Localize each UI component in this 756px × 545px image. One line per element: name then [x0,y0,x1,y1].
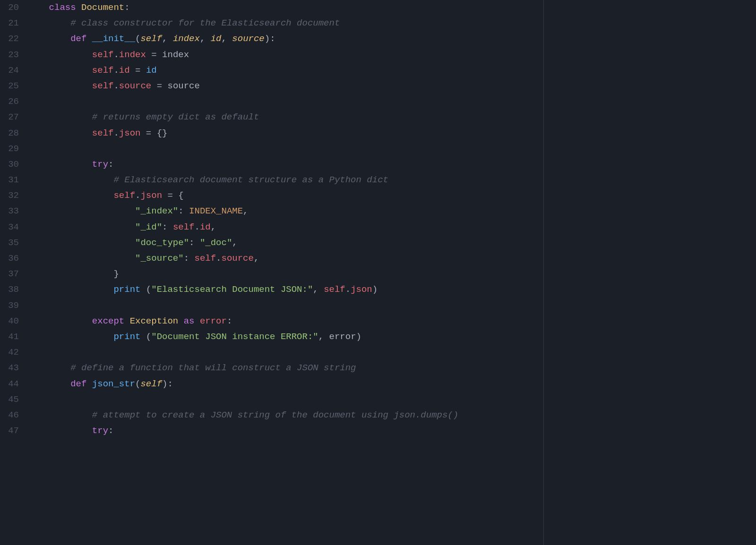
code-line[interactable]: self.source = source [27,78,756,94]
code-line[interactable]: except Exception as error: [27,314,756,329]
line-number: 41 [0,329,19,345]
code-line[interactable]: self.index = index [27,47,756,63]
line-number: 20 [0,0,19,16]
code-line[interactable]: "doc_type": "_doc", [27,235,756,251]
code-line[interactable] [27,141,756,157]
line-number: 46 [0,408,19,423]
line-number: 28 [0,126,19,141]
line-number: 21 [0,16,19,31]
line-number: 29 [0,141,19,157]
editor-ruler [543,0,544,545]
code-line[interactable]: try: [27,157,756,172]
code-line[interactable]: } [27,266,756,282]
line-number: 34 [0,220,19,235]
code-line[interactable]: print ("Document JSON instance ERROR:", … [27,329,756,345]
line-number: 25 [0,78,19,94]
line-number: 44 [0,376,19,392]
line-number: 39 [0,298,19,314]
code-line[interactable]: print ("Elasticsearch Document JSON:", s… [27,282,756,298]
line-number: 27 [0,110,19,125]
line-number: 23 [0,47,19,63]
code-area[interactable]: class Document: # class constructor for … [27,0,756,545]
line-number: 45 [0,392,19,408]
code-line[interactable]: # attempt to create a JSON string of the… [27,408,756,423]
line-number: 35 [0,235,19,251]
code-line[interactable] [27,94,756,110]
code-line[interactable]: class Document: [27,0,756,16]
line-number: 22 [0,31,19,47]
line-number: 31 [0,172,19,188]
line-number: 40 [0,314,19,329]
code-line[interactable]: self.json = { [27,188,756,204]
line-number: 26 [0,94,19,110]
line-number: 30 [0,157,19,172]
line-number: 43 [0,360,19,376]
code-line[interactable]: "_id": self.id, [27,220,756,235]
line-number: 33 [0,204,19,219]
line-number: 37 [0,266,19,282]
line-number: 42 [0,345,19,360]
line-number-gutter: 2021222324252627282930313233343536373839… [0,0,27,545]
line-number: 38 [0,282,19,298]
line-number: 36 [0,251,19,266]
code-line[interactable]: # Elasticsearch document structure as a … [27,172,756,188]
code-line[interactable]: # define a function that will construct … [27,360,756,376]
line-number: 47 [0,423,19,439]
code-line[interactable]: def __init__(self, index, id, source): [27,31,756,47]
code-line[interactable] [27,345,756,360]
code-line[interactable]: "_source": self.source, [27,251,756,266]
code-line[interactable] [27,298,756,314]
code-line[interactable]: self.id = id [27,63,756,78]
code-line[interactable] [27,392,756,408]
code-line[interactable]: "_index": INDEX_NAME, [27,204,756,219]
code-line[interactable]: try: [27,423,756,439]
code-line[interactable]: self.json = {} [27,126,756,141]
code-line[interactable]: # returns empty dict as default [27,110,756,125]
code-line[interactable]: def json_str(self): [27,376,756,392]
line-number: 32 [0,188,19,204]
code-editor[interactable]: 2021222324252627282930313233343536373839… [0,0,756,545]
line-number: 24 [0,63,19,78]
code-line[interactable]: # class constructor for the Elasticsearc… [27,16,756,31]
